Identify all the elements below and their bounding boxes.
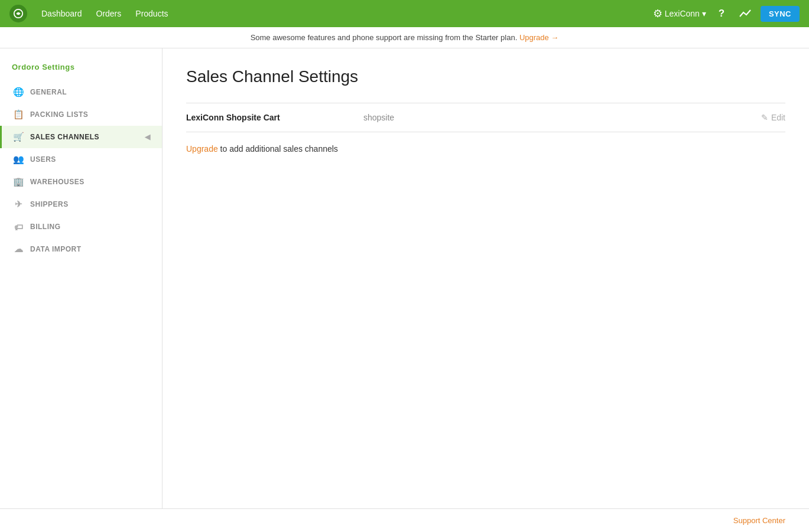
channel-type: shopsite (363, 113, 761, 122)
upgrade-banner: Some awesome features and phone support … (0, 27, 809, 48)
banner-text: Some awesome features and phone support … (251, 33, 518, 42)
analytics-icon[interactable] (737, 5, 753, 22)
account-name: LexiConn (665, 9, 700, 18)
sidebar-item-label: DATA IMPORT (30, 245, 82, 253)
channel-row: LexiConn Shopsite Cart shopsite ✎ Edit (186, 103, 785, 132)
sidebar-item-packing-lists[interactable]: 📋 PACKING LISTS (0, 103, 162, 126)
data-import-icon: ☁ (14, 244, 24, 254)
main-content: Sales Channel Settings LexiConn Shopsite… (163, 48, 809, 508)
sidebar-item-label: WAREHOUSES (30, 178, 85, 186)
billing-icon: 🏷 (14, 221, 24, 232)
gear-icon: ⚙ (653, 7, 662, 20)
sidebar-item-label: BILLING (30, 223, 61, 231)
nav-orders[interactable]: Orders (96, 9, 122, 18)
app-logo[interactable] (9, 5, 27, 22)
sidebar-item-label: GENERAL (30, 88, 67, 96)
edit-label: Edit (771, 113, 785, 122)
packing-lists-icon: 📋 (14, 109, 24, 120)
sidebar-item-label: PACKING LISTS (30, 110, 88, 119)
edit-channel-button[interactable]: ✎ Edit (761, 113, 785, 122)
sidebar-item-label: USERS (30, 155, 56, 164)
sidebar-item-billing[interactable]: 🏷 BILLING (0, 216, 162, 238)
banner-upgrade-link[interactable]: Upgrade → (519, 33, 558, 42)
sidebar-item-sales-channels[interactable]: 🛒 SALES CHANNELS ◀ (0, 126, 162, 148)
warehouses-icon: 🏢 (14, 177, 24, 187)
users-icon: 👥 (14, 154, 24, 165)
sidebar-item-data-import[interactable]: ☁ DATA IMPORT (0, 238, 162, 260)
edit-pencil-icon: ✎ (761, 113, 768, 122)
upgrade-message: Upgrade to add additional sales channels (186, 144, 785, 154)
upgrade-suffix: to add additional sales channels (220, 144, 338, 154)
sidebar-item-warehouses[interactable]: 🏢 WAREHOUSES (0, 171, 162, 193)
channel-name: LexiConn Shopsite Cart (186, 113, 363, 122)
sidebar-item-shippers[interactable]: ✈ SHIPPERS (0, 193, 162, 216)
sidebar: Ordoro Settings 🌐 GENERAL 📋 PACKING LIST… (0, 48, 163, 508)
help-icon[interactable]: ? (713, 5, 730, 22)
sidebar-title: Ordoro Settings (0, 63, 162, 81)
general-icon: 🌐 (14, 87, 24, 97)
top-nav: Dashboard Orders Products ⚙ LexiConn ▾ ?… (0, 0, 809, 27)
sidebar-item-users[interactable]: 👥 USERS (0, 148, 162, 171)
nav-products[interactable]: Products (135, 9, 168, 18)
sales-channels-icon: 🛒 (14, 132, 24, 142)
sidebar-item-general[interactable]: 🌐 GENERAL (0, 81, 162, 103)
support-center-link[interactable]: Support Center (733, 516, 785, 525)
shippers-icon: ✈ (14, 199, 24, 210)
account-menu[interactable]: ⚙ LexiConn ▾ (653, 7, 706, 20)
sync-button[interactable]: SYNC (761, 6, 800, 22)
sidebar-item-label: SALES CHANNELS (30, 133, 99, 141)
main-layout: Ordoro Settings 🌐 GENERAL 📋 PACKING LIST… (0, 48, 809, 508)
chevron-right-icon: ◀ (145, 133, 151, 141)
sidebar-item-label: SHIPPERS (30, 200, 69, 208)
account-dropdown-icon: ▾ (702, 9, 706, 18)
footer: Support Center (0, 508, 809, 532)
page-title: Sales Channel Settings (186, 67, 785, 86)
nav-dashboard[interactable]: Dashboard (41, 9, 82, 18)
upgrade-link[interactable]: Upgrade (186, 144, 218, 154)
